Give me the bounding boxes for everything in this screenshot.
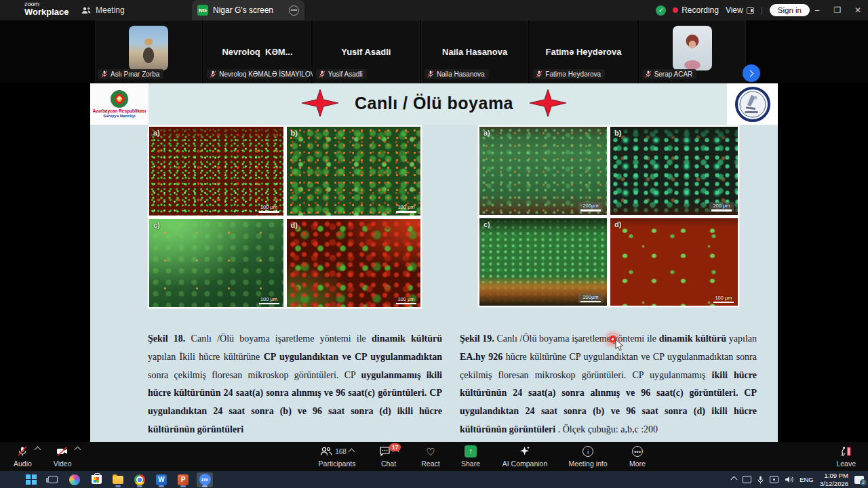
- scale-bar: 100 μm: [396, 296, 416, 305]
- micrograph-panel: d) 100 μm: [610, 218, 738, 306]
- figure-19-caption: Şekil 19. Canlı /Ölü boyama işaretleme y…: [460, 330, 757, 439]
- share-button[interactable]: ↑ Share: [452, 442, 490, 471]
- participants-chevron[interactable]: [348, 448, 355, 455]
- zoom-app-button[interactable]: zm: [197, 472, 213, 487]
- tab-shared-screen[interactable]: NG Nigar G's screen •••: [192, 0, 304, 20]
- leave-door-icon: [840, 446, 852, 457]
- tray-mic-icon[interactable]: [757, 476, 764, 484]
- scale-bar: 100 μm: [713, 295, 734, 304]
- recording-dot-icon: [673, 7, 678, 13]
- view-button[interactable]: View: [726, 5, 754, 15]
- notification-center-icon[interactable]: 2: [854, 476, 864, 484]
- maximize-button[interactable]: ❐: [827, 5, 848, 15]
- more-ellipsis-icon: •••: [632, 446, 643, 457]
- audio-options-chevron[interactable]: [34, 447, 41, 453]
- tab-meeting[interactable]: Meeting: [81, 0, 125, 20]
- share-screen-icon: ↑: [465, 445, 477, 458]
- video-button[interactable]: Video: [50, 442, 76, 471]
- language-indicator[interactable]: ENG: [800, 476, 814, 483]
- institute-logo: [727, 83, 778, 125]
- meeting-info-button[interactable]: i Meeting info: [560, 442, 616, 471]
- participants-icon: [320, 446, 332, 457]
- micrograph-panel: a) 200μm: [479, 127, 607, 215]
- people-icon: [81, 6, 92, 15]
- task-view-button[interactable]: [45, 472, 61, 487]
- more-button[interactable]: ••• More: [620, 442, 655, 471]
- sign-in-button[interactable]: Sign in: [770, 4, 810, 16]
- view-layout-icon: [747, 7, 754, 14]
- muted-mic-icon: [319, 70, 326, 78]
- ai-sparkle-icon: [519, 445, 531, 458]
- word-button[interactable]: W: [153, 472, 170, 487]
- participant-name-pill: Fatimə Heydərova: [533, 69, 605, 79]
- security-shield-icon[interactable]: ✓: [656, 5, 666, 16]
- meeting-toolbar: Audio Video 168 Participants Chat 17 ♡ R…: [0, 442, 868, 471]
- network-icon[interactable]: [770, 476, 778, 483]
- task-view-icon: [48, 476, 58, 483]
- figure-18-grid: a) 100 μm b) 100 μm c) 100 μm d) 100 μm: [147, 125, 422, 309]
- tab-options-icon[interactable]: •••: [289, 5, 299, 16]
- shared-screen-stage: Azərbaycan Respublikası Səhiyyə Nazirliy…: [0, 83, 868, 442]
- start-button[interactable]: [23, 472, 39, 487]
- next-participants-button[interactable]: [743, 64, 760, 82]
- participant-filmstrip: Aslı Pınar Zorba Nevroloq KƏM... Nevrolo…: [0, 20, 868, 83]
- micrograph-panel: c) 100 μm: [149, 219, 283, 308]
- participant-tile[interactable]: Naila Hasanova Naila Hasanova: [421, 20, 528, 83]
- slide-header: Azərbaycan Respublikası Səhiyyə Nazirliy…: [90, 83, 778, 125]
- powerpoint-button[interactable]: P: [175, 472, 191, 487]
- muted-mic-icon: [427, 70, 434, 78]
- participant-tile[interactable]: Yusif Asadli Yusif Asadli: [313, 20, 420, 83]
- audio-button[interactable]: Audio: [9, 442, 36, 471]
- micrograph-panel: b) 200 μm: [610, 127, 738, 215]
- video-options-chevron[interactable]: [74, 447, 81, 453]
- cast-icon[interactable]: [743, 476, 751, 483]
- scale-bar: 200μm: [578, 293, 603, 304]
- participants-count: 168: [335, 448, 347, 455]
- zoom-app-icon: zm: [199, 474, 211, 485]
- slide-title: Canlı / Ölü boyama: [355, 94, 513, 113]
- folder-icon: [113, 476, 123, 484]
- file-explorer-button[interactable]: [110, 472, 126, 487]
- muted-mic-icon: [210, 70, 216, 78]
- participant-initials-badge: NG: [197, 5, 208, 16]
- word-icon: W: [156, 474, 167, 485]
- participant-tile[interactable]: Serap ACAR: [639, 20, 746, 83]
- leave-button[interactable]: Leave: [832, 442, 860, 471]
- muted-mic-icon: [645, 70, 652, 78]
- recording-indicator: Recording: [673, 5, 719, 15]
- notification-count-badge: 2: [860, 479, 867, 486]
- speaker-icon[interactable]: [785, 476, 793, 483]
- participants-button[interactable]: 168 Participants: [311, 442, 363, 471]
- ai-companion-button[interactable]: AI Companion: [494, 442, 556, 471]
- micrograph-panel: b) 100 μm: [287, 127, 421, 216]
- react-button[interactable]: ♡ React: [414, 442, 448, 471]
- participant-tile[interactable]: Aslı Pınar Zorba: [95, 20, 202, 83]
- micrograph-panel: a) 100 μm: [149, 127, 283, 216]
- chrome-button[interactable]: [132, 472, 148, 487]
- windows-logo-icon: [26, 474, 37, 485]
- muted-mic-icon: [17, 446, 28, 457]
- participant-tile[interactable]: Nevroloq KƏM... Nevroloq KƏMALƏ İSMAYILO…: [203, 20, 311, 83]
- micrograph-panel: c) 200μm: [479, 218, 607, 306]
- store-button[interactable]: [88, 472, 104, 487]
- participant-name-pill: Naila Hasanova: [425, 69, 489, 79]
- mouse-cursor: [615, 339, 624, 351]
- participant-name-pill: Yusif Asadli: [316, 69, 367, 79]
- copilot-button[interactable]: [66, 472, 83, 487]
- chat-button[interactable]: Chat 17: [368, 442, 410, 471]
- microscope-logo-icon: [735, 87, 770, 122]
- participant-name-pill: Serap ACAR: [642, 69, 697, 79]
- participant-tile[interactable]: Fatimə Heydərova Fatimə Heydərova: [530, 20, 637, 83]
- app-titlebar: zoom Workplace Meeting NG Nigar G's scre…: [0, 0, 868, 20]
- minimize-button[interactable]: –: [807, 5, 827, 15]
- scale-bar: 100 μm: [259, 204, 279, 213]
- chat-unread-badge: 17: [389, 443, 401, 451]
- muted-mic-icon: [536, 70, 542, 78]
- close-button[interactable]: ✕: [848, 5, 868, 15]
- clock[interactable]: 1:09 PM3/12/2026: [820, 472, 848, 487]
- copilot-icon: [69, 474, 80, 485]
- scale-bar: 200 μm: [709, 202, 734, 212]
- tray-expand-chevron[interactable]: [731, 476, 738, 483]
- participant-name-pill: Aslı Pınar Zorba: [98, 69, 163, 79]
- scale-bar: 200μm: [578, 202, 603, 212]
